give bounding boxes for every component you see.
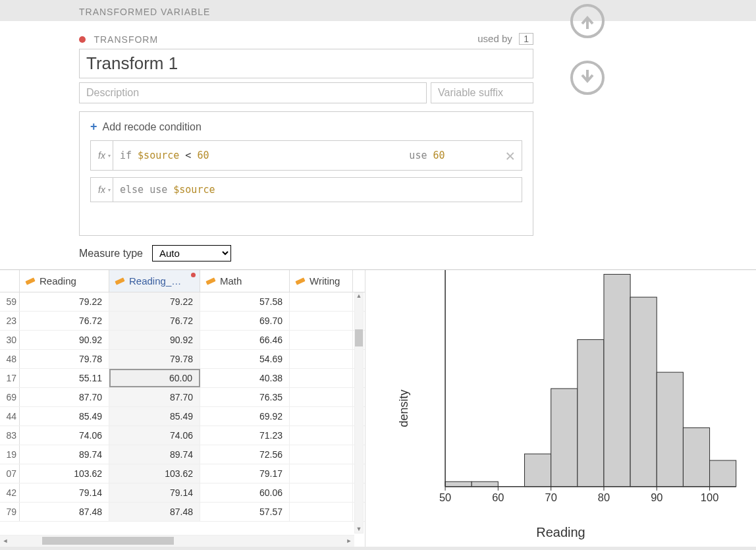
table-cell[interactable]: 57.58 — [200, 292, 290, 311]
table-cell[interactable]: 60.00 — [109, 369, 200, 387]
table-row[interactable]: 5979.2279.2257.58 — [0, 292, 365, 312]
table-cell[interactable] — [290, 312, 353, 330]
scroll-right-arrow-icon[interactable]: ► — [344, 535, 354, 547]
svg-rect-1 — [115, 277, 124, 285]
column-header-writing[interactable]: Writing — [290, 270, 353, 292]
table-cell[interactable] — [290, 350, 353, 368]
x-tick-label: 60 — [492, 491, 504, 503]
table-row[interactable]: 1755.1160.0040.38 — [0, 369, 365, 388]
table-cell[interactable]: 72.56 — [200, 445, 290, 464]
fx-dropdown-button[interactable]: fx — [90, 140, 113, 171]
table-cell[interactable] — [290, 292, 353, 311]
y-axis-label: density — [397, 389, 411, 427]
row-number: 44 — [0, 407, 20, 426]
horizontal-scroll-thumb[interactable] — [42, 537, 174, 545]
measure-type-select[interactable]: Auto — [152, 245, 231, 261]
table-cell[interactable]: 79.14 — [20, 483, 109, 502]
table-row[interactable]: 7987.4887.4857.57 — [0, 503, 365, 522]
vertical-scrollbar[interactable]: ▲ ▼ — [354, 292, 364, 534]
table-cell[interactable]: 87.70 — [20, 388, 109, 406]
table-cell[interactable]: 103.62 — [109, 464, 200, 483]
row-number: 30 — [0, 331, 20, 349]
table-cell[interactable] — [290, 426, 353, 445]
nav-up-button[interactable] — [570, 4, 605, 38]
table-cell[interactable]: 71.23 — [200, 426, 290, 445]
table-cell[interactable]: 40.38 — [200, 369, 290, 387]
column-header-math[interactable]: Math — [200, 270, 290, 292]
table-cell[interactable]: 87.48 — [109, 503, 200, 521]
scroll-left-arrow-icon[interactable]: ◄ — [0, 535, 11, 547]
horizontal-scrollbar[interactable]: ◄ ► — [0, 535, 354, 547]
table-row[interactable]: 2376.7276.7269.70 — [0, 312, 365, 331]
column-header-reading-transformed[interactable]: Reading_… — [109, 270, 200, 292]
table-cell[interactable]: 79.14 — [109, 483, 200, 502]
table-cell[interactable] — [290, 331, 353, 349]
vertical-scroll-thumb[interactable] — [355, 329, 363, 346]
table-row[interactable]: 8374.0674.0671.23 — [0, 426, 365, 445]
scroll-down-arrow-icon[interactable]: ▼ — [354, 524, 364, 534]
table-row[interactable]: 07103.62103.6279.17 — [0, 464, 365, 483]
table-cell[interactable]: 76.72 — [20, 312, 109, 330]
table-cell[interactable]: 89.74 — [20, 445, 109, 464]
table-cell[interactable] — [290, 464, 353, 483]
recode-conditions-panel: + Add recode condition fx if $source < 6… — [79, 111, 533, 236]
column-header-reading[interactable]: Reading — [20, 270, 109, 292]
add-recode-condition-button[interactable]: + Add recode condition — [90, 120, 522, 134]
table-cell[interactable]: 69.92 — [200, 407, 290, 426]
row-number: 79 — [0, 503, 20, 521]
table-cell[interactable] — [290, 445, 353, 464]
table-cell[interactable]: 60.06 — [200, 483, 290, 502]
modified-dot-icon — [191, 273, 196, 277]
table-cell[interactable]: 79.78 — [20, 350, 109, 368]
table-cell[interactable]: 89.74 — [109, 445, 200, 464]
x-tick-label: 90 — [651, 491, 662, 503]
table-cell[interactable] — [290, 407, 353, 426]
table-cell[interactable]: 76.35 — [200, 388, 290, 406]
table-cell[interactable] — [290, 503, 353, 521]
table-cell[interactable]: 90.92 — [109, 331, 200, 349]
table-cell[interactable]: 79.22 — [20, 292, 109, 311]
table-cell[interactable] — [290, 483, 353, 502]
histogram-bar — [578, 340, 604, 487]
table-row[interactable]: 3090.9290.9266.46 — [0, 331, 365, 350]
table-row[interactable]: 4879.7879.7854.69 — [0, 350, 365, 369]
table-cell[interactable]: 69.70 — [200, 312, 290, 330]
table-cell[interactable]: 55.11 — [20, 369, 109, 387]
recode-condition-input[interactable]: if $source < 60 use 60 ✕ — [113, 140, 522, 171]
fx-dropdown-button[interactable]: fx — [90, 177, 113, 202]
transform-name-input[interactable] — [79, 49, 533, 78]
remove-condition-button[interactable]: ✕ — [506, 146, 515, 165]
table-cell[interactable]: 74.06 — [109, 426, 200, 445]
table-cell[interactable] — [290, 388, 353, 406]
scroll-up-arrow-icon[interactable]: ▲ — [354, 291, 364, 300]
table-cell[interactable]: 90.92 — [20, 331, 109, 349]
description-input[interactable] — [79, 82, 427, 103]
nav-down-button[interactable] — [570, 61, 605, 95]
histogram-bar — [683, 427, 709, 486]
table-cell[interactable]: 79.17 — [200, 464, 290, 483]
table-row[interactable]: 1989.7489.7472.56 — [0, 445, 365, 464]
recode-else-input[interactable]: else use $source — [113, 177, 522, 202]
variable-suffix-input[interactable] — [431, 82, 533, 103]
table-row[interactable]: 4485.4985.4969.92 — [0, 407, 365, 426]
table-cell[interactable]: 74.06 — [20, 426, 109, 445]
table-cell[interactable]: 87.70 — [109, 388, 200, 406]
table-cell[interactable]: 85.49 — [109, 407, 200, 426]
table-cell[interactable]: 57.57 — [200, 503, 290, 521]
table-cell[interactable] — [290, 369, 353, 387]
ruler-icon — [295, 276, 306, 287]
table-row[interactable]: 6987.7087.7076.35 — [0, 388, 365, 407]
table-cell[interactable]: 103.62 — [20, 464, 109, 483]
table-cell[interactable]: 79.22 — [109, 292, 200, 311]
table-cell[interactable]: 76.72 — [109, 312, 200, 330]
table-row[interactable]: 4279.1479.1460.06 — [0, 483, 365, 503]
table-cell[interactable]: 66.46 — [200, 331, 290, 349]
histogram-bar — [472, 481, 498, 486]
row-number: 07 — [0, 464, 20, 483]
ruler-icon — [115, 276, 125, 287]
table-cell[interactable]: 79.78 — [109, 350, 200, 368]
histogram-bar — [445, 481, 472, 486]
table-cell[interactable]: 85.49 — [20, 407, 109, 426]
table-cell[interactable]: 54.69 — [200, 350, 290, 368]
table-cell[interactable]: 87.48 — [20, 503, 109, 521]
